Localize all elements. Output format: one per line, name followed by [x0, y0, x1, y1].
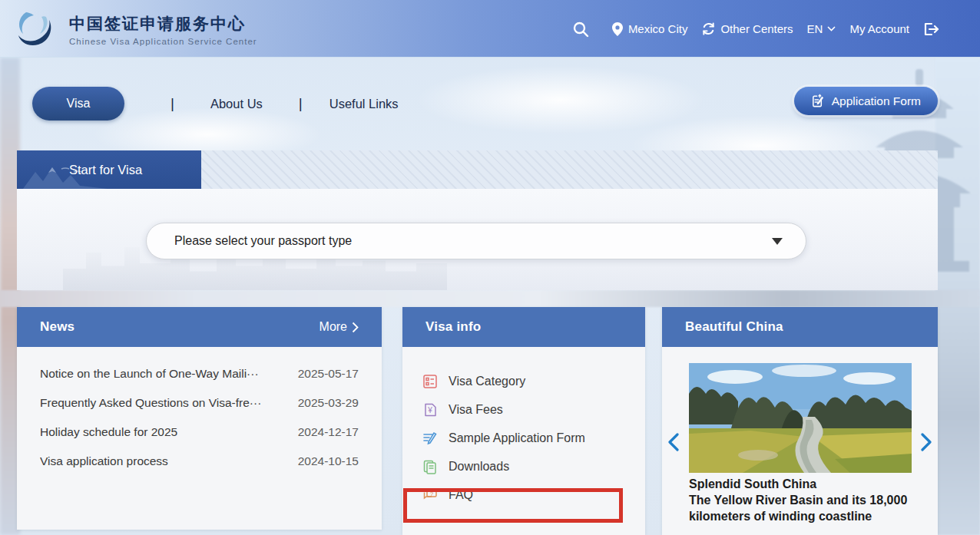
site-title-english: Chinese Visa Application Service Center — [69, 37, 257, 46]
visa-info-item-faq[interactable]: ? FAQ — [422, 481, 645, 509]
nav-separator: | — [171, 95, 174, 112]
visa-info-item-visa-fees[interactable]: ¥ Visa Fees — [422, 395, 645, 424]
news-item-date: 2025-05-17 — [298, 367, 359, 381]
news-item[interactable]: Notice on the Launch of One-Way Maili···… — [40, 367, 359, 396]
search-icon — [571, 20, 590, 38]
visa-info-item-sample-application-form[interactable]: Sample Application Form — [422, 424, 645, 452]
language-selector[interactable]: EN — [807, 22, 836, 35]
sample-application-form-icon — [422, 431, 438, 446]
nav-separator: | — [299, 95, 303, 112]
visa-info-item-downloads[interactable]: Downloads — [422, 452, 645, 481]
visa-info-list: Visa Category ¥ Visa Fees Sample Applica… — [402, 347, 645, 509]
news-panel-header: News More — [17, 307, 382, 347]
visa-info-panel-header: Visa info — [402, 307, 645, 347]
photo-caption-text: The Yellow River Basin and its 18,000 ki… — [689, 492, 913, 524]
visa-info-item-label: FAQ — [449, 488, 473, 502]
application-form-label: Application Form — [832, 94, 921, 108]
svg-text:?: ? — [430, 490, 434, 497]
news-item[interactable]: Visa application process 2024-10-15 — [40, 454, 359, 484]
beautiful-china-panel-title: Beautiful China — [685, 319, 783, 335]
start-for-visa-label: Start for Visa — [69, 163, 142, 177]
language-label: EN — [807, 22, 823, 35]
news-panel: News More Notice on the Launch of One-Wa… — [17, 307, 382, 530]
current-center-selector[interactable]: Mexico City — [611, 21, 688, 37]
page: 中国签证申请服务中心 Chinese Visa Application Serv… — [0, 0, 980, 535]
main-nav: Visa | About Us | Useful Links — [32, 87, 399, 121]
background-blur-band — [0, 290, 980, 307]
header-menu: Mexico City Other Centers EN My Account — [571, 0, 940, 58]
passport-type-select-value: Please select your passport type — [174, 234, 772, 248]
passport-select-panel: Please select your passport type — [17, 189, 938, 290]
header: 中国签证申请服务中心 Chinese Visa Application Serv… — [0, 0, 980, 58]
my-account-link[interactable]: My Account — [849, 22, 909, 35]
tab-useful-links[interactable]: Useful Links — [329, 97, 399, 111]
passport-type-select[interactable]: Please select your passport type — [146, 223, 806, 259]
news-item-date: 2024-10-15 — [298, 454, 359, 468]
tab-visa[interactable]: Visa — [32, 87, 124, 121]
other-centers-link[interactable]: Other Centers — [701, 21, 793, 36]
application-form-icon — [811, 94, 826, 108]
landscape-photo-illustration — [689, 363, 912, 473]
location-pin-icon — [611, 21, 624, 37]
news-item[interactable]: Holiday schedule for 2025 2024-12-17 — [40, 425, 359, 454]
logo-text: 中国签证申请服务中心 Chinese Visa Application Serv… — [69, 13, 257, 46]
faq-icon: ? — [422, 487, 438, 503]
news-more-label: More — [319, 320, 347, 334]
chevron-right-icon — [352, 322, 359, 333]
photo-caption-title: Splendid South China — [689, 476, 913, 492]
news-panel-title: News — [40, 319, 74, 335]
visa-fees-icon: ¥ — [422, 402, 438, 418]
news-item-date: 2025-03-29 — [298, 396, 359, 410]
visa-info-item-label: Sample Application Form — [449, 431, 585, 445]
news-item[interactable]: Frequently Asked Questions on Visa-fre··… — [40, 396, 359, 425]
news-more-link[interactable]: More — [319, 320, 359, 334]
visa-info-panel: Visa info Visa Category ¥ Visa Fees — [402, 307, 645, 535]
start-section-pattern-strip — [201, 150, 938, 189]
site-logo[interactable]: 中国签证申请服务中心 Chinese Visa Application Serv… — [15, 9, 257, 49]
visa-category-icon — [422, 374, 438, 389]
switch-centers-icon — [701, 21, 716, 36]
visa-info-item-label: Visa Category — [449, 375, 525, 388]
visa-info-item-label: Downloads — [449, 460, 509, 474]
downloads-icon — [422, 459, 438, 474]
news-list: Notice on the Launch of One-Way Maili···… — [17, 347, 382, 484]
carousel-next-button[interactable] — [921, 433, 932, 451]
caret-down-icon — [772, 238, 783, 245]
logo-swoosh-icon — [15, 9, 58, 49]
beautiful-china-carousel: Splendid South China The Yellow River Ba… — [662, 347, 938, 535]
visa-info-panel-title: Visa info — [425, 319, 481, 335]
visa-info-item-label: Visa Fees — [449, 403, 503, 417]
current-city-label: Mexico City — [628, 22, 688, 35]
my-account-label: My Account — [849, 22, 909, 35]
chevron-down-icon — [827, 26, 836, 31]
application-form-button[interactable]: Application Form — [794, 87, 938, 115]
photo-caption[interactable]: Splendid South China The Yellow River Ba… — [689, 476, 913, 524]
chevron-right-icon — [921, 433, 932, 451]
news-item-title: Holiday schedule for 2025 — [40, 425, 177, 439]
news-item-date: 2024-12-17 — [298, 425, 359, 439]
logout-icon — [923, 21, 940, 37]
tab-start-for-visa[interactable]: Start for Visa — [17, 150, 201, 189]
logout-button[interactable] — [923, 21, 940, 37]
beautiful-china-panel-header: Beautiful China — [662, 307, 938, 347]
search-button[interactable] — [571, 20, 590, 38]
carousel-photo[interactable] — [689, 363, 912, 473]
tab-about-us[interactable]: About Us — [210, 97, 263, 111]
chevron-left-icon — [668, 433, 679, 451]
news-item-title: Notice on the Launch of One-Way Maili··· — [40, 367, 259, 381]
carousel-prev-button[interactable] — [668, 433, 679, 451]
svg-text:¥: ¥ — [427, 406, 432, 414]
visa-info-item-visa-category[interactable]: Visa Category — [422, 367, 645, 395]
beautiful-china-panel: Beautiful China — [662, 307, 938, 535]
tab-visa-label: Visa — [67, 97, 91, 111]
site-title-chinese: 中国签证申请服务中心 — [69, 13, 257, 35]
news-item-title: Frequently Asked Questions on Visa-fre··… — [40, 396, 261, 410]
news-item-title: Visa application process — [40, 454, 168, 468]
other-centers-label: Other Centers — [720, 22, 793, 35]
